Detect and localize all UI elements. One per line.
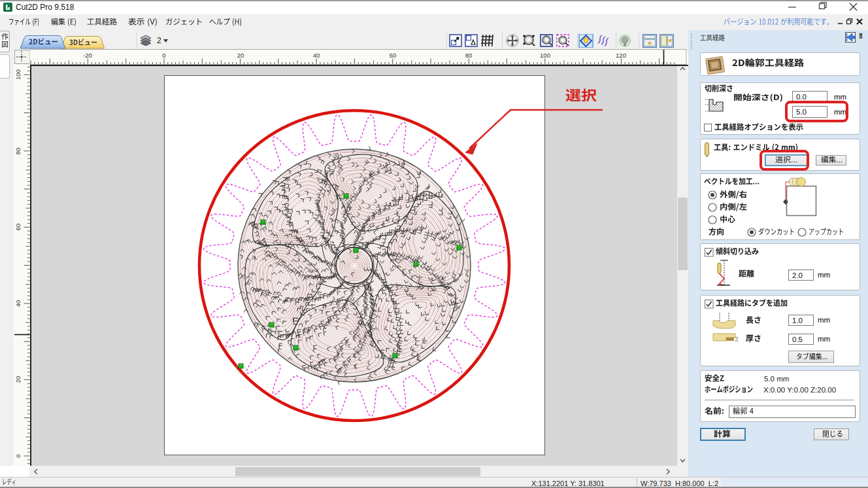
svg-text:100: 100 <box>14 69 22 80</box>
svg-text:80: 80 <box>465 52 473 59</box>
svg-text:60: 60 <box>14 224 22 231</box>
svg-text:20: 20 <box>237 52 244 59</box>
svg-text:80: 80 <box>14 148 22 155</box>
svg-text:100: 100 <box>540 52 550 59</box>
svg-text:60: 60 <box>390 52 397 59</box>
svg-text:40: 40 <box>14 300 22 307</box>
svg-text:40: 40 <box>313 52 320 59</box>
svg-text:120: 120 <box>616 52 626 59</box>
svg-text:0: 0 <box>162 52 165 59</box>
svg-text:20: 20 <box>14 376 22 383</box>
svg-text:-20: -20 <box>83 52 92 59</box>
svg-text:0: 0 <box>14 454 22 457</box>
